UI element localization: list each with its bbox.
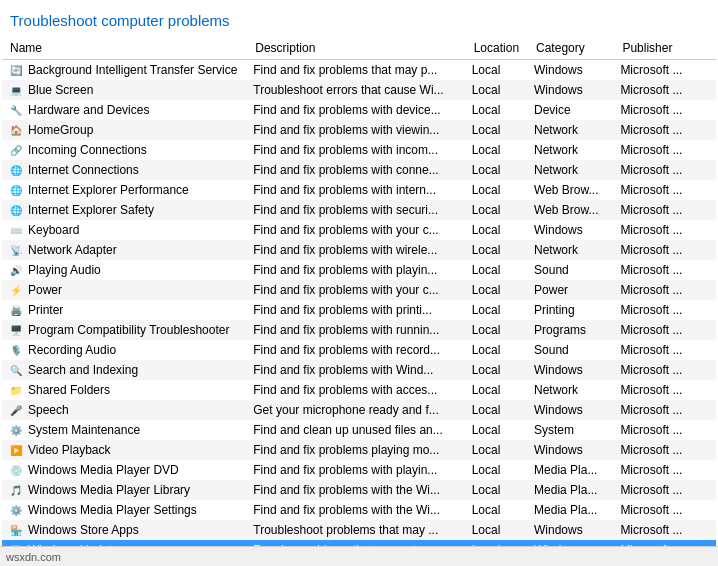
footer-bar: wsxdn.com xyxy=(0,546,718,566)
table-row[interactable]: ⚙️Windows Media Player SettingsFind and … xyxy=(2,500,716,520)
speech-icon: 🎤 xyxy=(8,402,24,418)
store-icon: 🏪 xyxy=(8,522,24,538)
footer-text: wsxdn.com xyxy=(6,551,61,563)
cell-category: Windows xyxy=(528,400,614,420)
cell-publisher: Microsoft ... xyxy=(614,160,716,180)
table-row[interactable]: 🎵Windows Media Player LibraryFind and fi… xyxy=(2,480,716,500)
cell-name: ⌨️Keyboard xyxy=(2,220,247,240)
cell-name: 🔧Hardware and Devices xyxy=(2,100,247,120)
cell-description: Troubleshoot problems that may ... xyxy=(247,520,465,540)
cell-description: Find and fix problems with securi... xyxy=(247,200,465,220)
cell-publisher: Microsoft ... xyxy=(614,520,716,540)
cell-location: Local xyxy=(466,140,528,160)
table-row[interactable]: 🖥️Program Compatibility TroubleshooterFi… xyxy=(2,320,716,340)
table-row[interactable]: 🔄Background Intelligent Transfer Service… xyxy=(2,60,716,81)
cell-name: ⚙️Windows Media Player Settings xyxy=(2,500,247,520)
cell-publisher: Microsoft ... xyxy=(614,400,716,420)
cell-publisher: Microsoft ... xyxy=(614,240,716,260)
table-row[interactable]: 📁Shared FoldersFind and fix problems wit… xyxy=(2,380,716,400)
cell-location: Local xyxy=(466,520,528,540)
cell-location: Local xyxy=(466,440,528,460)
cell-name: 🔄Background Intelligent Transfer Service xyxy=(2,60,247,81)
cell-location: Local xyxy=(466,180,528,200)
audio-icon: 🔊 xyxy=(8,262,24,278)
col-header-location[interactable]: Location xyxy=(466,37,528,60)
table-row[interactable]: 🌐Internet Explorer PerformanceFind and f… xyxy=(2,180,716,200)
table-row[interactable]: 🌐Internet Explorer SafetyFind and fix pr… xyxy=(2,200,716,220)
table-row[interactable]: 🏪Windows Store AppsTroubleshoot problems… xyxy=(2,520,716,540)
cell-location: Local xyxy=(466,60,528,81)
table-row[interactable]: 🔍Search and IndexingFind and fix problem… xyxy=(2,360,716,380)
col-header-publisher[interactable]: Publisher xyxy=(614,37,716,60)
cell-name: 🔍Search and Indexing xyxy=(2,360,247,380)
table-row[interactable]: 🖨️PrinterFind and fix problems with prin… xyxy=(2,300,716,320)
cell-description: Find and fix problems playing mo... xyxy=(247,440,465,460)
table-row[interactable]: ▶️Video PlaybackFind and fix problems pl… xyxy=(2,440,716,460)
table-row[interactable]: 🔊Playing AudioFind and fix problems with… xyxy=(2,260,716,280)
row-name-text: Power xyxy=(28,283,62,297)
cell-category: Windows xyxy=(528,440,614,460)
cell-location: Local xyxy=(466,240,528,260)
table-row[interactable]: 💻Blue ScreenTroubleshoot errors that cau… xyxy=(2,80,716,100)
cell-category: Media Pla... xyxy=(528,500,614,520)
table-row[interactable]: 🌐Internet ConnectionsFind and fix proble… xyxy=(2,160,716,180)
cell-name: 🔗Incoming Connections xyxy=(2,140,247,160)
row-name-text: Recording Audio xyxy=(28,343,116,357)
row-name-text: Incoming Connections xyxy=(28,143,147,157)
cell-location: Local xyxy=(466,100,528,120)
table-row[interactable]: 🏠HomeGroupFind and fix problems with vie… xyxy=(2,120,716,140)
cell-description: Find and fix problems with viewin... xyxy=(247,120,465,140)
cell-location: Local xyxy=(466,220,528,240)
cell-category: Network xyxy=(528,120,614,140)
rec-icon: 🎙️ xyxy=(8,342,24,358)
cell-name: 🔊Playing Audio xyxy=(2,260,247,280)
col-header-category[interactable]: Category xyxy=(528,37,614,60)
cell-location: Local xyxy=(466,280,528,300)
cell-category: Web Brow... xyxy=(528,200,614,220)
row-name-text: Shared Folders xyxy=(28,383,110,397)
shared-icon: 📁 xyxy=(8,382,24,398)
table-row[interactable]: 🔧Hardware and DevicesFind and fix proble… xyxy=(2,100,716,120)
hg-icon: 🏠 xyxy=(8,122,24,138)
cell-location: Local xyxy=(466,420,528,440)
cell-location: Local xyxy=(466,360,528,380)
table-row[interactable]: 📡Network AdapterFind and fix problems wi… xyxy=(2,240,716,260)
cell-name: 🌐Internet Explorer Safety xyxy=(2,200,247,220)
table-row[interactable]: ⌨️KeyboardFind and fix problems with you… xyxy=(2,220,716,240)
cell-publisher: Microsoft ... xyxy=(614,120,716,140)
cell-name: 📁Shared Folders xyxy=(2,380,247,400)
table-wrapper[interactable]: Name Description Location Category Publi… xyxy=(0,37,718,546)
row-name-text: Video Playback xyxy=(28,443,111,457)
table-row[interactable]: ⚙️System MaintenanceFind and clean up un… xyxy=(2,420,716,440)
row-name-text: Blue Screen xyxy=(28,83,93,97)
col-header-description[interactable]: Description xyxy=(247,37,465,60)
table-row[interactable]: 💿Windows Media Player DVDFind and fix pr… xyxy=(2,460,716,480)
table-row[interactable]: 🔗Incoming ConnectionsFind and fix proble… xyxy=(2,140,716,160)
cell-publisher: Microsoft ... xyxy=(614,280,716,300)
col-header-name[interactable]: Name xyxy=(2,37,247,60)
cell-publisher: Microsoft ... xyxy=(614,380,716,400)
table-row[interactable]: 🎙️Recording AudioFind and fix problems w… xyxy=(2,340,716,360)
cell-description: Find and fix problems with conne... xyxy=(247,160,465,180)
cell-category: Sound xyxy=(528,340,614,360)
cell-publisher: Microsoft ... xyxy=(614,220,716,240)
cell-category: Media Pla... xyxy=(528,460,614,480)
cell-location: Local xyxy=(466,380,528,400)
cell-name: 📡Network Adapter xyxy=(2,240,247,260)
row-name-text: Internet Connections xyxy=(28,163,139,177)
cell-publisher: Microsoft ... xyxy=(614,300,716,320)
cell-description: Find and fix problems with device... xyxy=(247,100,465,120)
row-name-text: Search and Indexing xyxy=(28,363,138,377)
table-row[interactable]: ⚡PowerFind and fix problems with your c.… xyxy=(2,280,716,300)
cell-publisher: Microsoft ... xyxy=(614,200,716,220)
cell-category: Programs xyxy=(528,320,614,340)
table-row[interactable]: 🎤SpeechGet your microphone ready and f..… xyxy=(2,400,716,420)
row-name-text: Printer xyxy=(28,303,63,317)
cell-category: Windows xyxy=(528,220,614,240)
ic-icon: 🔗 xyxy=(8,142,24,158)
page-title[interactable]: Troubleshoot computer problems xyxy=(10,12,230,29)
cell-category: Windows xyxy=(528,80,614,100)
cell-category: Device xyxy=(528,100,614,120)
wmpset-icon: ⚙️ xyxy=(8,502,24,518)
cell-publisher: Microsoft ... xyxy=(614,480,716,500)
